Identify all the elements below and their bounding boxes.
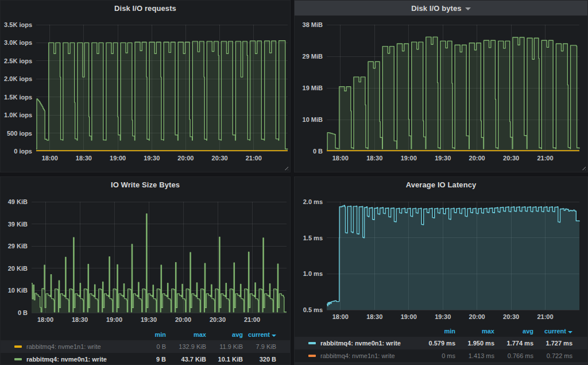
series-name: rabbitmq4: nvme0n1: write xyxy=(26,356,107,363)
series-name: rabbitmq4: nvme0n1: write xyxy=(320,340,401,347)
panel-header-io-write-size-bytes[interactable]: IO Write Size Bytes xyxy=(1,177,290,192)
legend-value: 0 ms xyxy=(416,352,455,359)
svg-text:18:00: 18:00 xyxy=(37,316,53,323)
svg-text:20:30: 20:30 xyxy=(503,155,519,162)
panel-disk-io-requests: Disk I/O requests 18:0018:3019:0019:3020… xyxy=(0,0,291,172)
svg-text:0 B: 0 B xyxy=(18,309,28,316)
legend-col-min[interactable]: min xyxy=(126,331,166,338)
svg-text:19:30: 19:30 xyxy=(435,155,451,162)
legend-col-current[interactable]: current xyxy=(533,328,572,335)
svg-text:19:00: 19:00 xyxy=(401,155,417,162)
panel-header-disk-io-bytes[interactable]: Disk I/O bytes xyxy=(295,1,587,16)
svg-text:1.5K iops: 1.5K iops xyxy=(4,94,32,101)
svg-text:49 KiB: 49 KiB xyxy=(8,198,28,205)
svg-text:1.0 ms: 1.0 ms xyxy=(303,270,323,277)
sort-desc-icon xyxy=(568,331,572,333)
legend-value: 9 B xyxy=(126,356,166,363)
svg-text:20:00: 20:00 xyxy=(469,313,485,320)
svg-text:18:00: 18:00 xyxy=(332,313,349,320)
svg-text:2.0K iops: 2.0K iops xyxy=(4,75,32,82)
svg-text:3.5K iops: 3.5K iops xyxy=(4,21,32,28)
legend-value: 11.9 KiB xyxy=(206,343,243,350)
legend-col-avg[interactable]: avg xyxy=(206,331,243,338)
svg-text:20:00: 20:00 xyxy=(175,316,191,323)
series-name: rabbitmq4: nvme1n1: write xyxy=(320,352,395,359)
svg-text:19:30: 19:30 xyxy=(141,316,157,323)
legend-row[interactable]: rabbitmq4: nvme0n1: write0.579 ms1.950 m… xyxy=(295,337,587,349)
disk-io-bytes-chart[interactable]: 18:0018:3019:0019:3020:0020:3021:000 B10… xyxy=(295,1,588,172)
dashboard: Disk I/O requests 18:0018:3019:0019:3020… xyxy=(0,0,588,365)
legend-row[interactable]: rabbitmq4: nvme1n1: write0 ms1.413 ms0.7… xyxy=(295,349,587,362)
svg-text:0 B: 0 B xyxy=(313,148,323,155)
legend-row[interactable]: rabbitmq4: nvme1n1: write0 B132.9 KiB11.… xyxy=(1,340,290,353)
legend-value: 10.1 KiB xyxy=(206,356,243,363)
legend-value: 1.950 ms xyxy=(455,340,494,347)
series-color-swatch xyxy=(14,345,22,348)
sort-desc-icon xyxy=(272,335,276,337)
svg-text:38 MiB: 38 MiB xyxy=(303,21,323,28)
legend-col-min[interactable]: min xyxy=(416,328,455,335)
svg-text:1.0K iops: 1.0K iops xyxy=(4,112,32,118)
legend-header: minmaxavgcurrent xyxy=(295,325,587,337)
legend-value: 0 B xyxy=(126,343,166,350)
legend-col-max[interactable]: max xyxy=(455,328,494,335)
svg-text:0.5 ms: 0.5 ms xyxy=(303,306,323,313)
panel-disk-io-bytes: Disk I/O bytes 18:0018:3019:0019:3020:00… xyxy=(294,0,588,172)
legend-value: 43.7 KiB xyxy=(166,356,206,363)
svg-text:18:30: 18:30 xyxy=(72,316,88,323)
legend-value: 132.9 KiB xyxy=(166,343,206,350)
legend-value: 0.579 ms xyxy=(416,340,455,347)
svg-text:20:30: 20:30 xyxy=(210,316,226,323)
series-color-swatch xyxy=(308,342,316,344)
legend-value: 0.766 ms xyxy=(494,352,533,359)
svg-text:18:00: 18:00 xyxy=(332,155,349,162)
series-color-swatch xyxy=(308,355,316,357)
svg-text:20:00: 20:00 xyxy=(177,155,194,162)
svg-text:19:00: 19:00 xyxy=(401,313,417,320)
svg-text:29 MiB: 29 MiB xyxy=(303,53,323,60)
svg-text:20:00: 20:00 xyxy=(469,155,485,162)
svg-text:21:00: 21:00 xyxy=(246,155,262,162)
svg-text:20:30: 20:30 xyxy=(503,313,519,320)
svg-text:19:30: 19:30 xyxy=(144,155,160,162)
panel-average-io-latency: Average IO Latency 18:0018:3019:0019:302… xyxy=(294,176,588,365)
legend-average-io-latency: minmaxavgcurrentrabbitmq4: nvme0n1: writ… xyxy=(295,325,587,365)
svg-text:19:30: 19:30 xyxy=(435,313,451,320)
svg-text:2.0 ms: 2.0 ms xyxy=(303,198,323,205)
legend-col-max[interactable]: max xyxy=(166,331,206,338)
legend-value: 0.722 ms xyxy=(533,352,572,359)
legend-value: 1.774 ms xyxy=(494,340,533,347)
svg-text:39 KiB: 39 KiB xyxy=(8,221,28,228)
svg-text:20 KiB: 20 KiB xyxy=(8,265,28,272)
svg-text:19:00: 19:00 xyxy=(106,316,122,323)
panel-io-write-size-bytes: IO Write Size Bytes 18:0018:3019:0019:30… xyxy=(0,176,291,365)
legend-header: minmaxavgcurrent xyxy=(1,329,290,340)
svg-text:20:30: 20:30 xyxy=(212,155,228,162)
disk-io-requests-chart[interactable]: 18:0018:3019:0019:3020:0020:3021:000 iop… xyxy=(1,1,291,172)
svg-text:21:00: 21:00 xyxy=(537,155,553,162)
svg-text:18:30: 18:30 xyxy=(76,155,92,162)
svg-text:18:00: 18:00 xyxy=(42,155,58,162)
svg-text:10 MiB: 10 MiB xyxy=(303,116,323,123)
svg-text:1.5 ms: 1.5 ms xyxy=(303,235,323,241)
svg-text:19 MiB: 19 MiB xyxy=(303,84,323,91)
svg-text:3.0K iops: 3.0K iops xyxy=(4,39,32,46)
panel-header-disk-io-requests[interactable]: Disk I/O requests xyxy=(1,1,290,16)
legend-col-current[interactable]: current xyxy=(243,331,276,338)
legend-col-avg[interactable]: avg xyxy=(494,328,533,335)
chevron-down-icon[interactable] xyxy=(465,7,471,10)
svg-text:29 KiB: 29 KiB xyxy=(8,243,28,249)
legend-row[interactable]: rabbitmq4: nvme0n1: write9 B43.7 KiB10.1… xyxy=(1,353,290,365)
svg-text:18:30: 18:30 xyxy=(366,155,382,162)
legend-row-partial[interactable] xyxy=(295,362,587,365)
svg-text:21:00: 21:00 xyxy=(244,316,260,323)
legend-value: 1.413 ms xyxy=(455,352,494,359)
legend-value: 1.727 ms xyxy=(533,340,572,347)
legend-value: 7.9 KiB xyxy=(243,343,276,350)
panel-title: Disk I/O bytes xyxy=(411,4,461,13)
svg-text:2.5K iops: 2.5K iops xyxy=(4,57,32,64)
svg-text:10 KiB: 10 KiB xyxy=(8,287,28,294)
svg-text:18:30: 18:30 xyxy=(366,313,382,320)
panel-header-average-io-latency[interactable]: Average IO Latency xyxy=(295,177,587,192)
series-color-swatch xyxy=(14,358,22,360)
